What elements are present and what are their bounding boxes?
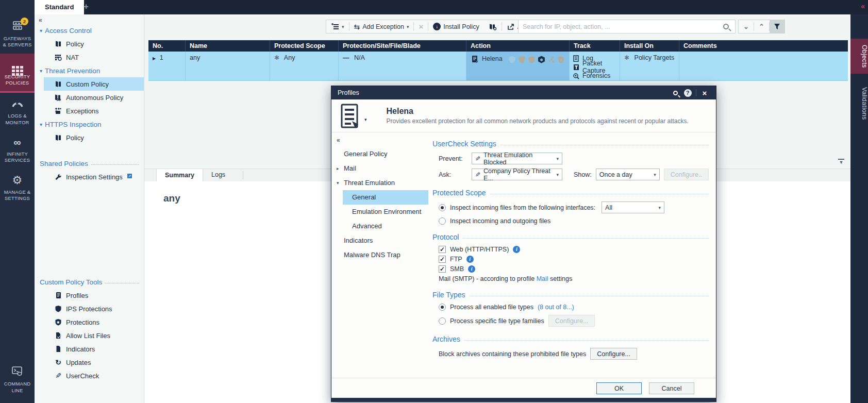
find-next-button[interactable]: ⌄ — [739, 20, 754, 33]
usercheck-configure-button[interactable]: Configure.. — [664, 169, 709, 180]
column-header-track[interactable]: Track — [570, 40, 620, 52]
cell-no[interactable]: ▶ 1 — [148, 52, 186, 81]
web-checkbox[interactable]: ✓ — [439, 246, 446, 253]
all-file-types-radio[interactable] — [439, 304, 446, 311]
dialog-title: Profiles — [338, 89, 359, 96]
nav-item-exceptions[interactable]: Exceptions — [35, 104, 144, 117]
nav-section-https-inspection[interactable]: ▾ HTTPS Inspection — [35, 117, 144, 131]
archives-configure-button[interactable]: Configure... — [590, 348, 637, 360]
cell-name[interactable]: any — [186, 52, 270, 81]
in-out-radio[interactable] — [439, 217, 446, 225]
prevent-dropdown[interactable]: ✎ Threat Emulation Blocked ▾ — [472, 153, 562, 164]
profile-name: Helena — [387, 107, 689, 116]
cell-install-on[interactable]: ✱ Policy Targets — [620, 52, 679, 81]
collapse-dialog-nav-icon[interactable]: « — [331, 136, 428, 147]
dialog-nav-mail[interactable]: ▸ Mail — [331, 161, 428, 176]
cell-track[interactable]: Log Packet Capture Forensics — [570, 52, 620, 81]
install-policy-button[interactable]: ↓ Install Policy — [428, 20, 483, 33]
dialog-bottom-bar — [331, 398, 716, 401]
tab-objects[interactable]: Objects — [850, 39, 868, 74]
add-exception-button[interactable]: ⇆ Add Exception ▾ — [349, 20, 414, 33]
delete-rule-button[interactable]: × — [414, 20, 428, 33]
dialog-nav-general[interactable]: General — [343, 190, 428, 205]
ask-dropdown[interactable]: ✎ Company Policy Threat E... ▾ — [472, 169, 562, 180]
tab-summary[interactable]: Summary — [156, 169, 203, 181]
dialog-nav-indicators[interactable]: Indicators — [331, 233, 428, 248]
filter-button[interactable] — [770, 20, 784, 33]
dialog-help-button[interactable]: ? — [681, 89, 694, 97]
dialog-nav-malware-dns-trap[interactable]: Malware DNS Trap — [331, 248, 428, 262]
info-icon[interactable]: i — [466, 256, 474, 263]
sidebar-item-gateways-servers[interactable]: 2 GATEWAYS & SERVERS — [0, 15, 35, 54]
nav-item-usercheck[interactable]: ✎ UserCheck — [35, 369, 144, 382]
file-types-count-link[interactable]: (8 out of 8...) — [538, 304, 574, 311]
nav-item-nat[interactable]: NAT — [35, 51, 144, 64]
specific-file-types-radio[interactable] — [439, 317, 446, 325]
nav-item-https-policy[interactable]: Policy — [35, 131, 144, 144]
new-tab-button[interactable]: + — [78, 0, 94, 14]
row-expand-icon[interactable]: ▶ — [153, 56, 156, 61]
file-types-configure-button[interactable]: Configure... — [548, 315, 595, 327]
mail-profile-link[interactable]: Mail — [537, 275, 548, 282]
nav-item-ips-protections[interactable]: IPS Protections — [35, 302, 144, 315]
nav-item-custom-policy[interactable]: Custom Policy — [44, 77, 144, 91]
dialog-close-button[interactable]: × — [698, 89, 711, 97]
sidebar-item-manage-settings[interactable]: ⚙ MANAGE & SETTINGS — [0, 169, 35, 207]
policy-tab-standard[interactable]: Standard — [35, 0, 84, 14]
info-icon[interactable]: i — [468, 265, 475, 273]
cancel-button[interactable]: Cancel — [649, 382, 694, 394]
info-icon[interactable]: i — [513, 246, 520, 253]
ftp-checkbox[interactable]: ✓ — [439, 256, 446, 263]
collapse-bottom-panel-icon[interactable]: ▼ — [838, 159, 844, 164]
sidebar-item-command-line[interactable]: COMMAND LINE — [0, 361, 35, 399]
dialog-nav-threat-emulation[interactable]: ▾ Threat Emulation — [331, 176, 428, 190]
nav-item-indicators[interactable]: Indicators — [35, 342, 144, 356]
table-row[interactable]: ▶ 1 any ✱ Any — N/A Helena — [148, 52, 848, 81]
cell-protected-scope[interactable]: ✱ Any — [270, 52, 339, 81]
show-dropdown[interactable]: Once a day ▾ — [596, 169, 660, 180]
tab-logs[interactable]: Logs — [203, 169, 233, 181]
nav-section-threat-prevention[interactable]: ▾ Threat Prevention — [35, 64, 144, 77]
collapse-nav-icon[interactable]: « — [35, 14, 144, 24]
interfaces-dropdown[interactable]: All ▾ — [602, 202, 664, 213]
incoming-radio[interactable] — [439, 204, 446, 211]
nav-item-autonomous-policy[interactable]: Autonomous Policy — [35, 91, 144, 104]
search-icon[interactable] — [723, 24, 729, 29]
column-header-comments[interactable]: Comments — [679, 40, 848, 52]
nav-item-profiles[interactable]: Profiles — [35, 289, 144, 302]
actions-export-icon — [507, 23, 515, 31]
search-icon — [673, 91, 678, 95]
add-rule-button[interactable]: ▾ — [326, 20, 349, 33]
dialog-nav-emulation-environment[interactable]: Emulation Environment — [331, 205, 428, 219]
sidebar-item-security-policies[interactable]: SECURITY POLICIES — [0, 54, 35, 93]
nav-item-updates[interactable]: ↻ Updates — [35, 356, 144, 369]
profile-picker-caret[interactable]: ▾ — [364, 117, 367, 122]
dialog-search-button[interactable] — [669, 91, 681, 95]
cell-protection[interactable]: — N/A — [339, 52, 466, 81]
column-header-protection[interactable]: Protection/Site/File/Blade — [339, 40, 466, 52]
smb-checkbox[interactable]: ✓ — [439, 265, 446, 273]
cell-action[interactable]: Helena ✱ J — [466, 52, 570, 81]
sidebar-item-infinity-services[interactable]: ∞ INFINITY SERVICES — [0, 131, 35, 169]
dialog-nav-advanced[interactable]: Advanced — [331, 219, 428, 233]
dialog-nav-general-policy[interactable]: General Policy — [331, 147, 428, 161]
dialog-title-bar[interactable]: Profiles ? × — [331, 86, 716, 99]
sidebar-item-logs-monitor[interactable]: LOGS & MONITOR — [0, 93, 35, 131]
search-input[interactable] — [519, 23, 723, 30]
column-header-name[interactable]: Name — [186, 40, 270, 52]
column-header-protected-scope[interactable]: Protected Scope — [270, 40, 339, 52]
ok-button[interactable]: OK — [596, 382, 642, 394]
tab-validations[interactable]: Validations — [850, 81, 868, 126]
column-header-action[interactable]: Action — [466, 40, 570, 52]
find-previous-button[interactable]: ⌃ — [754, 20, 769, 33]
nav-item-allow-list-files[interactable]: Allow List Files — [35, 329, 144, 342]
nav-section-access-control[interactable]: ▾ Access Control — [35, 24, 144, 37]
cell-comments[interactable] — [679, 52, 848, 81]
collapse-right-panel-icon[interactable]: « — [861, 2, 865, 10]
column-header-no[interactable]: No. — [148, 40, 186, 52]
nav-item-protections[interactable]: ✱ Protections — [35, 315, 144, 329]
column-header-install-on[interactable]: Install On — [620, 40, 679, 52]
nav-item-policy[interactable]: Policy — [35, 37, 144, 51]
nav-item-inspection-settings[interactable]: Inspection Settings ↗ — [35, 170, 144, 183]
installation-targets-button[interactable] — [484, 20, 502, 33]
